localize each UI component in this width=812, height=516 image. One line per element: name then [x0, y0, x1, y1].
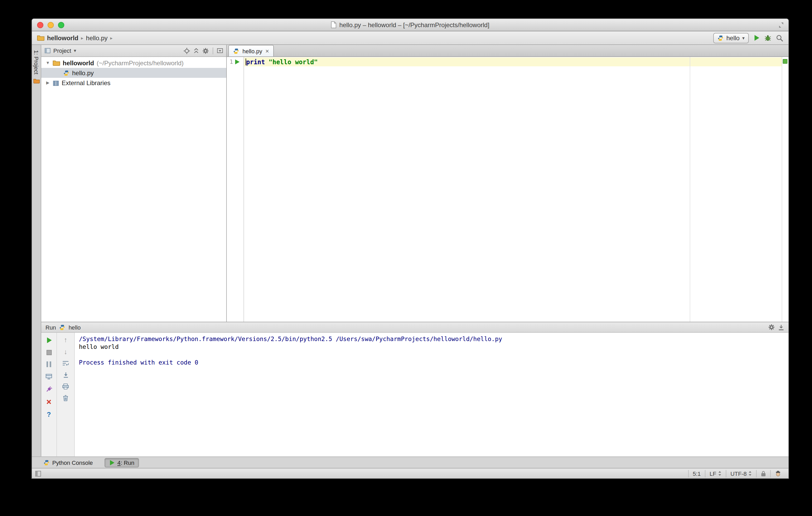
project-root-path: (~/PycharmProjects/helloworld): [97, 59, 184, 67]
breadcrumb: helloworld ▸ hello.py ▸: [37, 34, 113, 41]
show-console-button[interactable]: [46, 373, 52, 380]
run-line-marker-icon[interactable]: [235, 59, 240, 65]
readonly-lock-widget[interactable]: [756, 470, 770, 477]
soft-wrap-icon: [62, 360, 69, 367]
hide-panel-button[interactable]: [217, 48, 223, 54]
run-configuration-select[interactable]: hello ▾: [713, 33, 749, 43]
document-icon: [331, 22, 337, 28]
editor-tab-hello-py[interactable]: hello.py ×: [228, 45, 274, 56]
inspection-status-indicator[interactable]: [783, 59, 787, 64]
run-icon: [753, 34, 760, 41]
rerun-button[interactable]: [46, 337, 52, 344]
python-icon: [718, 35, 724, 41]
pycharm-window: hello.py – helloworld – [~/PycharmProjec…: [31, 18, 789, 479]
collapse-all-button[interactable]: [193, 47, 200, 54]
middle-area: 1: Project Project ▾: [32, 45, 788, 456]
stop-icon: [46, 350, 52, 355]
run-configuration-name: hello: [726, 34, 740, 41]
run-icon: [109, 459, 115, 465]
soft-wrap-button[interactable]: [62, 360, 69, 367]
external-libraries-label: External Libraries: [62, 79, 111, 86]
stop-button[interactable]: [46, 350, 52, 355]
code-area[interactable]: print"hello world": [244, 57, 782, 322]
tree-file-name: hello.py: [72, 69, 94, 77]
pause-output-button[interactable]: [47, 361, 51, 367]
console-line: [79, 351, 784, 359]
project-toolwindow-icon[interactable]: [33, 79, 39, 84]
crosshair-icon: [183, 47, 190, 54]
zoom-window-button[interactable]: [58, 22, 64, 28]
chevron-right-icon: ▸: [81, 35, 83, 40]
collapse-all-icon: [193, 47, 200, 54]
line-separator-widget[interactable]: LF: [705, 470, 726, 477]
close-tab-icon[interactable]: ×: [265, 48, 269, 54]
editor-gutter: 1: [227, 57, 244, 322]
toolwindow-switcher-button[interactable]: [35, 470, 41, 477]
encoding-widget[interactable]: UTF-8: [726, 470, 756, 477]
hector-icon: [775, 470, 781, 477]
right-margin-guide: [690, 57, 690, 322]
print-button[interactable]: [62, 383, 69, 390]
content-column: Project ▾: [41, 45, 788, 456]
bottom-toolwindow-bar: Python Console 4: Run: [32, 456, 788, 468]
debug-button[interactable]: [764, 34, 771, 41]
hide-run-panel-button[interactable]: [778, 324, 784, 330]
project-panel-title[interactable]: Project: [53, 48, 71, 54]
run-body: ? ↑ ↓: [41, 333, 788, 456]
inspections-profile-widget[interactable]: [770, 470, 785, 477]
close-window-button[interactable]: [37, 22, 44, 28]
breadcrumb-project[interactable]: helloworld: [47, 34, 78, 41]
plug-icon: [46, 386, 52, 393]
gear-icon: [768, 324, 775, 331]
current-line: print"hello world": [244, 57, 782, 66]
run-settings-button[interactable]: [768, 324, 775, 331]
scroll-to-end-button[interactable]: [62, 372, 69, 378]
collapse-arrow-icon[interactable]: ▶: [46, 81, 50, 85]
console-line: Process finished with exit code 0: [79, 359, 784, 367]
minimize-window-button[interactable]: [48, 22, 54, 28]
run-toolwindow-title: Run: [46, 324, 56, 330]
panel-icon: [45, 48, 51, 54]
locate-file-button[interactable]: [183, 47, 190, 54]
close-icon: [46, 399, 52, 405]
project-panel: Project ▾: [41, 45, 227, 322]
chevron-down-icon: ▾: [742, 35, 745, 40]
python-icon: [59, 324, 65, 330]
run-config-label: hello: [68, 324, 81, 330]
breadcrumb-file[interactable]: hello.py: [86, 34, 108, 41]
project-tree: ▼ helloworld (~/PycharmProjects/hellowor…: [41, 57, 226, 88]
title-bar[interactable]: hello.py – helloworld – [~/PycharmProjec…: [32, 19, 788, 31]
panel-settings-button[interactable]: [202, 47, 209, 54]
pause-icon: [50, 361, 51, 367]
desktop: hello.py – helloworld – [~/PycharmProjec…: [0, 0, 812, 516]
run-button[interactable]: [753, 34, 760, 41]
tree-row-root[interactable]: ▼ helloworld (~/PycharmProjects/hellowor…: [41, 58, 226, 68]
console-toolbar: ↑ ↓: [57, 333, 75, 456]
attach-debugger-button[interactable]: [46, 386, 52, 393]
python-console-icon: [44, 459, 50, 465]
scroll-to-end-icon: [62, 372, 69, 378]
clear-console-button[interactable]: [63, 395, 68, 401]
chevron-right-icon: ▸: [110, 35, 113, 40]
run-console-output[interactable]: /System/Library/Frameworks/Python.framew…: [75, 333, 788, 456]
code-string: "hello world": [268, 58, 318, 65]
project-toolwindow-button[interactable]: 1: Project: [33, 50, 39, 74]
fullscreen-button[interactable]: [778, 22, 784, 28]
tree-row-file[interactable]: hello.py: [41, 68, 226, 78]
run-tab-mnemonic: 4: [117, 459, 120, 465]
error-stripe[interactable]: [782, 57, 788, 322]
hide-panel-icon: [778, 324, 784, 330]
expand-arrow-icon[interactable]: ▼: [46, 61, 50, 65]
close-run-button[interactable]: [46, 399, 52, 405]
navigation-bar: helloworld ▸ hello.py ▸ hello ▾: [32, 31, 788, 45]
help-button[interactable]: ?: [47, 411, 51, 418]
search-everywhere-button[interactable]: [776, 34, 783, 41]
tree-row-external-libraries[interactable]: ▶ External Libraries: [41, 78, 226, 88]
caret-position-widget[interactable]: 5:1: [688, 470, 705, 477]
run-toolwindow-button[interactable]: 4: Run: [104, 458, 139, 467]
updown-icon: [748, 471, 752, 476]
updown-icon: [718, 471, 722, 476]
python-console-toolwindow-button[interactable]: Python Console: [39, 458, 97, 467]
next-occurrence-button[interactable]: ↓: [64, 348, 67, 355]
prev-occurrence-button[interactable]: ↑: [64, 336, 67, 343]
